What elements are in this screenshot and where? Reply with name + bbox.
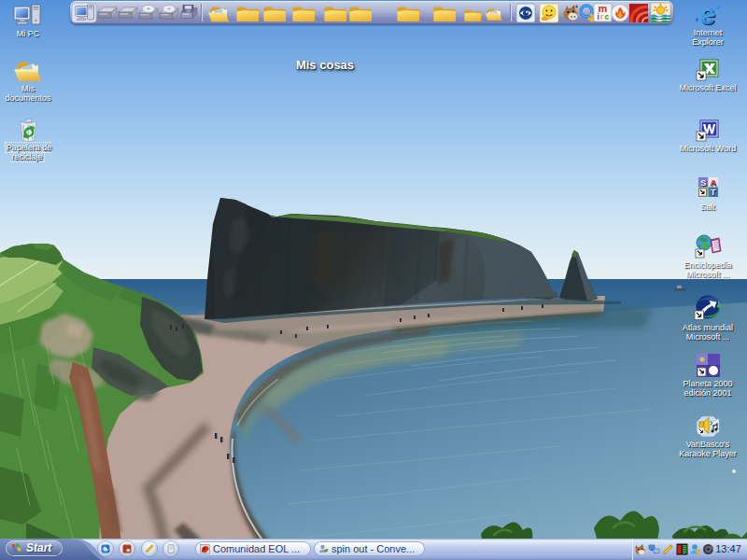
svg-text:A: A <box>710 178 716 188</box>
svg-text:i: i <box>598 12 599 21</box>
svg-text:c: c <box>605 12 610 21</box>
svg-text:S: S <box>700 178 706 188</box>
svg-text:T: T <box>711 188 716 197</box>
